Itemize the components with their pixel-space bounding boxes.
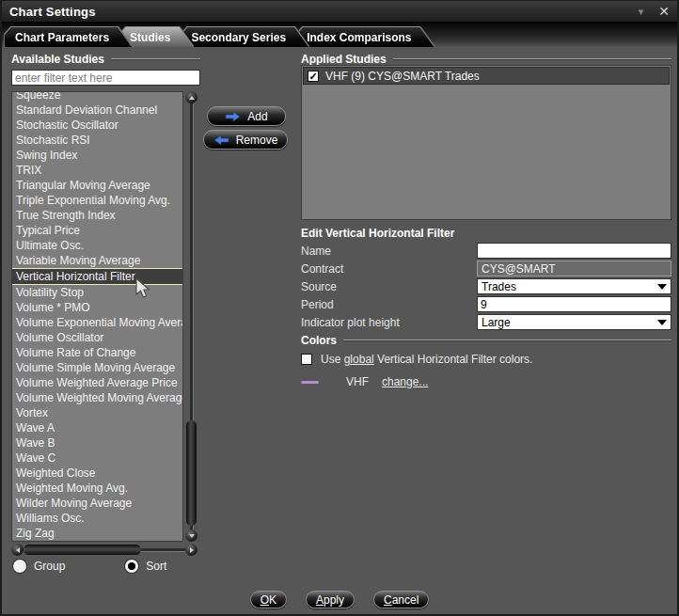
sort-radio-label: Sort: [146, 560, 166, 573]
colors-section-header: Colors: [301, 334, 671, 347]
period-label: Period: [301, 298, 334, 311]
name-input[interactable]: [477, 243, 671, 259]
scrollbar-thumb[interactable]: [24, 545, 141, 555]
list-item[interactable]: Weighted Close: [12, 466, 182, 481]
chart-settings-dialog: Chart Settings ▾ ✕ Chart Parameters Stud…: [0, 0, 679, 616]
scroll-up-icon[interactable]: [185, 91, 197, 103]
group-radio-label: Group: [34, 560, 65, 573]
source-label: Source: [301, 280, 337, 293]
period-input[interactable]: [477, 296, 671, 312]
list-item[interactable]: Volume * PMO: [12, 300, 182, 315]
study-enabled-checkbox[interactable]: ✓: [308, 71, 319, 82]
plot-height-row: Indicator plot height Large: [301, 314, 671, 330]
source-selected-value: Trades: [482, 280, 516, 293]
scrollbar-thumb[interactable]: [186, 420, 197, 526]
applied-study-label: VHF (9) CYS@SMART Trades: [325, 70, 480, 83]
vhf-swatch-label: VHF: [346, 375, 369, 388]
use-global-colors-text: Use global Vertical Horizontal Filter co…: [321, 353, 532, 366]
remove-arrow-icon: [213, 134, 229, 146]
sort-radio[interactable]: Sort: [125, 560, 166, 573]
list-item[interactable]: Standard Deviation Channel: [12, 103, 182, 118]
apply-button[interactable]: Apply: [306, 591, 355, 608]
list-item[interactable]: Variable Moving Average: [12, 253, 182, 268]
list-item[interactable]: Stochastic Oscillator: [12, 118, 182, 133]
plot-height-selected-value: Large: [482, 316, 511, 329]
applied-studies-header: Applied Studies: [301, 53, 671, 66]
tab-secondary-series[interactable]: Secondary Series: [181, 27, 308, 47]
group-radio[interactable]: Group: [13, 560, 65, 573]
change-color-link[interactable]: change...: [382, 375, 428, 388]
source-row: Source Trades: [301, 278, 671, 294]
list-item[interactable]: Vertical Horizontal Filter: [12, 268, 182, 285]
footer-button-bar: OK Apply Cancel: [2, 591, 677, 608]
scroll-right-icon[interactable]: [185, 544, 197, 556]
list-item[interactable]: Volatility Stop: [12, 285, 182, 300]
add-arrow-icon: [225, 111, 241, 122]
source-select[interactable]: Trades: [477, 278, 671, 294]
use-global-colors-checkbox[interactable]: ✓: [301, 354, 312, 365]
vhf-color-swatch: [301, 381, 319, 384]
contract-row: Contract CYS@SMART: [301, 261, 671, 276]
list-item[interactable]: Williams Osc.: [12, 511, 182, 526]
ok-button[interactable]: OK: [250, 591, 287, 608]
list-item[interactable]: TRIX: [12, 163, 182, 178]
list-item[interactable]: True Strength Index: [12, 208, 182, 223]
list-item[interactable]: Zig Zag: [12, 526, 182, 541]
list-mode-radios: Group Sort: [13, 560, 166, 573]
tab-index-comparisons[interactable]: Index Comparisons: [296, 27, 434, 47]
chevron-down-icon: [657, 320, 667, 325]
applied-studies-list[interactable]: ✓ VHF (9) CYS@SMART Trades: [301, 65, 671, 220]
list-item[interactable]: Volume Rate of Change: [12, 345, 182, 360]
tab-label: Studies: [130, 31, 170, 44]
horizontal-scrollbar[interactable]: [11, 544, 197, 556]
add-button[interactable]: Add: [207, 106, 286, 126]
list-item[interactable]: Wave B: [12, 435, 182, 450]
available-studies-list[interactable]: SqueezeStandard Deviation ChannelStochas…: [11, 91, 183, 542]
list-item[interactable]: Triangular Moving Average: [12, 178, 182, 193]
name-row: Name: [301, 243, 671, 259]
period-row: Period: [301, 296, 671, 312]
list-item[interactable]: Wilder Moving Average: [12, 496, 182, 511]
close-icon[interactable]: ✕: [658, 5, 670, 18]
applied-study-row[interactable]: ✓ VHF (9) CYS@SMART Trades: [303, 67, 670, 85]
list-item[interactable]: Volume Weighted Moving Average: [12, 390, 182, 405]
contract-label: Contract: [301, 262, 343, 276]
window-menu-icon[interactable]: ▾: [639, 6, 644, 18]
list-item[interactable]: Wave C: [12, 450, 182, 466]
list-item[interactable]: Wave A: [12, 420, 182, 435]
plot-height-label: Indicator plot height: [301, 316, 400, 329]
list-item[interactable]: Vortex: [12, 405, 182, 420]
list-item[interactable]: Weighted Moving Avg.: [12, 481, 182, 496]
list-item[interactable]: Typical Price: [12, 223, 182, 238]
list-item[interactable]: Volume Exponential Moving Average: [12, 315, 182, 330]
available-studies-header: Available Studies: [11, 53, 200, 66]
cancel-button[interactable]: Cancel: [373, 591, 429, 608]
scroll-down-icon[interactable]: [185, 529, 197, 542]
global-colors-link[interactable]: global: [344, 353, 374, 366]
list-item[interactable]: Ultimate Osc.: [12, 238, 182, 253]
remove-button-label: Remove: [236, 134, 278, 147]
tab-label: Secondary Series: [191, 31, 286, 44]
tab-chart-parameters[interactable]: Chart Parameters: [5, 27, 132, 47]
chevron-down-icon: [657, 284, 667, 290]
radio-circle: [13, 560, 26, 573]
name-label: Name: [301, 245, 331, 258]
list-item[interactable]: Volume Simple Moving Average: [12, 360, 182, 375]
list-item[interactable]: Swing Index: [12, 148, 182, 163]
add-button-label: Add: [247, 110, 267, 123]
vertical-scrollbar[interactable]: [185, 91, 197, 542]
title-bar: Chart Settings ▾ ✕: [2, 1, 677, 22]
plot-height-select[interactable]: Large: [477, 314, 671, 330]
list-item[interactable]: Volume Weighted Average Price: [12, 375, 182, 390]
list-item[interactable]: Stochastic RSI: [12, 133, 182, 148]
tab-strip: Chart Parameters Studies Secondary Serie…: [2, 22, 677, 47]
list-item[interactable]: Volume Oscillator: [12, 330, 182, 345]
remove-button[interactable]: Remove: [203, 130, 288, 150]
edit-section-header: Edit Vertical Horizontal Filter: [301, 227, 454, 240]
filter-input[interactable]: [11, 70, 200, 86]
scroll-left-icon[interactable]: [11, 544, 24, 556]
tab-label: Chart Parameters: [15, 31, 109, 44]
list-item[interactable]: Squeeze: [12, 91, 182, 103]
vhf-color-row: VHF change...: [301, 375, 428, 388]
list-item[interactable]: Triple Exponential Moving Avg.: [12, 193, 182, 208]
